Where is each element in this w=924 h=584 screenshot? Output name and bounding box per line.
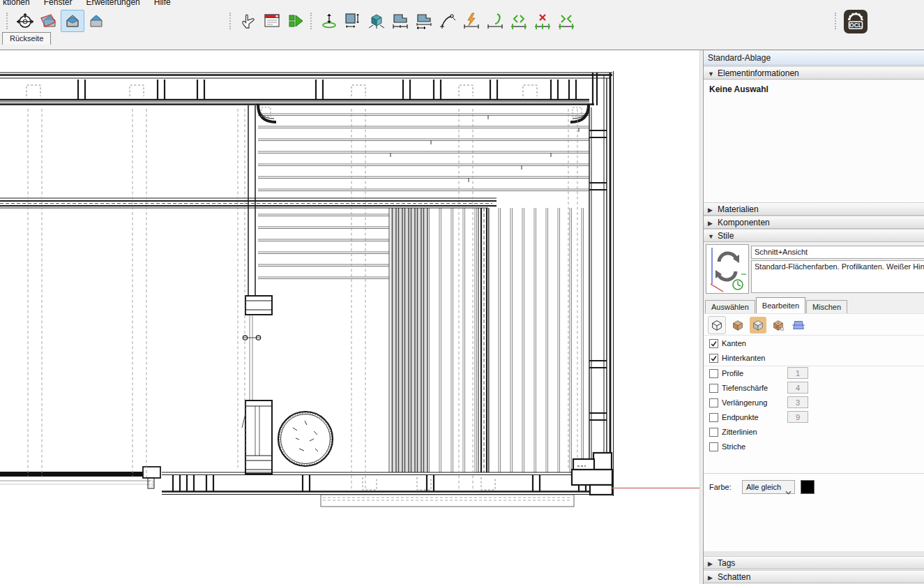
checkbox-kanten[interactable] [709,339,718,348]
section-header-components[interactable]: ▶Komponenten [704,216,924,229]
row-hinterkanten: Hinterkanten [709,352,765,364]
watermark-settings-button[interactable] [790,317,807,334]
section-header-element-info[interactable]: ▼Elementinformationen [704,66,924,80]
hand-select-tool-button[interactable] [236,10,260,32]
section-header-tags[interactable]: ▶Tags [704,556,924,569]
section-header-materials[interactable]: ▶Materialien [704,202,924,216]
section-header-styles[interactable]: ▼Stile [704,229,924,242]
toolbar-grip[interactable] [229,13,233,29]
viewport [0,50,699,584]
dim-hook-tool-button[interactable] [483,10,507,32]
default-tray: Standard-Ablage ▼Elementinformationen Ke… [703,50,924,584]
dropdown-value: Alle gleich [746,483,781,491]
face-settings-button[interactable] [729,317,746,334]
edge-color-swatch[interactable] [801,480,815,494]
tray-title[interactable]: Standard-Ablage [704,51,924,66]
row-profile: Profile [709,368,743,379]
background-settings-button[interactable] [770,317,787,334]
style-description-field[interactable]: Standard-Flächenfarben. Profilkanten. We… [751,260,924,293]
checkbox-label: Striche [722,442,745,451]
scene-tab-rueckseite[interactable]: Rückseite [2,32,51,45]
utility-toolbar-group [225,9,308,33]
section-label: Schatten [718,572,750,582]
tab-mischen[interactable]: Mischen [806,300,847,313]
toolbar-grip[interactable] [835,13,838,29]
display-section-cuts-icon [63,12,82,30]
section-header-shadows[interactable]: ▶Schatten [704,570,924,583]
dim-leader-tool-button[interactable] [436,10,460,32]
edge-settings-button[interactable] [708,316,726,334]
style-tab-strip: Auswählen Bearbeiten Mischen [705,298,923,314]
dim-shape2-tool-button[interactable] [412,10,436,32]
verlaengerung-value-field[interactable]: 3 [787,396,808,408]
toolbar-grip[interactable] [6,13,10,29]
element-info-content: Keine Auswahl [704,80,924,202]
dim-delete-tool-button[interactable] [531,10,554,32]
tab-bearbeiten[interactable]: Bearbeiten [756,297,805,313]
ocl-toolbar-group: OCL [830,9,870,33]
toolbar-grip[interactable] [310,13,314,29]
collapse-triangle-icon: ▼ [708,230,718,244]
color-mode-dropdown[interactable]: Alle gleich [742,480,795,494]
endpunkte-value-field[interactable]: 9 [787,411,808,423]
panel-divider [704,551,924,556]
display-section-fill-button[interactable] [84,10,108,32]
section-plane-tool-button[interactable] [13,10,37,32]
dim-rect-tool-button[interactable] [341,10,365,32]
profile-value-field[interactable]: 1 [787,367,808,379]
dim-inner-tool-button[interactable] [507,10,531,32]
collapse-triangle-icon: ▼ [708,68,718,81]
checkbox-label: Endpunkte [722,413,759,421]
dim-box-tool-button[interactable] [365,10,388,32]
dim-rect-tool-icon [343,12,363,30]
dim-hook-tool-icon [485,12,505,30]
dim-outer-tool-button[interactable] [554,10,578,32]
checkbox-hinterkanten[interactable] [709,354,718,363]
style-thumbnail[interactable] [706,244,749,294]
checkbox-zitterlinien[interactable] [709,428,718,437]
checkbox-label: Tiefenschärfe [722,384,768,392]
menu-item-fenster[interactable]: Fenster [44,0,73,7]
checkbox-verlaengerung[interactable] [709,398,718,407]
tiefenschaerfe-value-field[interactable]: 4 [787,382,808,394]
menu-bar: ktionen Fenster Erweiterungen Hilfe [0,0,924,8]
monochrome-box-icon [751,318,765,332]
display-section-planes-icon [40,12,58,30]
dialog-window-icon [263,12,281,30]
dialog-tool-button[interactable] [260,10,284,32]
checkbox-tiefenschaerfe[interactable] [709,384,718,393]
dim-flash-tool-button[interactable] [460,10,483,32]
style-refresh-icon [706,245,748,293]
dim-shape-tool-button[interactable] [388,10,412,32]
menu-item-ktionen[interactable]: ktionen [3,0,30,7]
run-report-tool-button[interactable] [284,10,308,32]
checkbox-label: Hinterkanten [722,354,765,362]
dim-shape2-tool-icon [414,12,434,30]
menu-item-erweiterungen[interactable]: Erweiterungen [86,0,139,7]
style-name-field[interactable]: Schnitt+Ansicht [751,246,924,259]
checkbox-profile[interactable] [709,369,718,378]
display-section-planes-button[interactable] [37,10,61,32]
menu-item-hilfe[interactable]: Hilfe [154,0,171,7]
opencutlist-button[interactable]: OCL [842,8,870,36]
row-kanten: Kanten [709,338,746,349]
row-verlaengerung: Verlängerung [709,397,767,408]
checkbox-striche[interactable] [709,442,718,451]
checkbox-endpunkte[interactable] [709,413,718,422]
green-run-icon [287,12,305,30]
dim-flash-tool-icon [462,12,481,30]
section-label: Komponenten [718,218,770,227]
wireframe-box-icon [710,318,724,332]
section-label: Stile [718,231,734,241]
drawing-canvas[interactable] [0,50,699,584]
collapse-triangle-icon: ▶ [708,571,718,584]
chevron-down-icon [785,486,792,498]
display-section-cuts-button[interactable] [61,10,84,32]
color-label: Farbe: [709,483,732,491]
monochrome-settings-button[interactable] [750,317,766,334]
top-chrome: ktionen Fenster Erweiterungen Hilfe [0,0,924,50]
dim-height-tool-button[interactable] [317,10,341,32]
edit-setting-icons [708,316,807,334]
tab-auswaehlen[interactable]: Auswählen [705,300,755,313]
opencutlist-icon: OCL [843,9,868,34]
